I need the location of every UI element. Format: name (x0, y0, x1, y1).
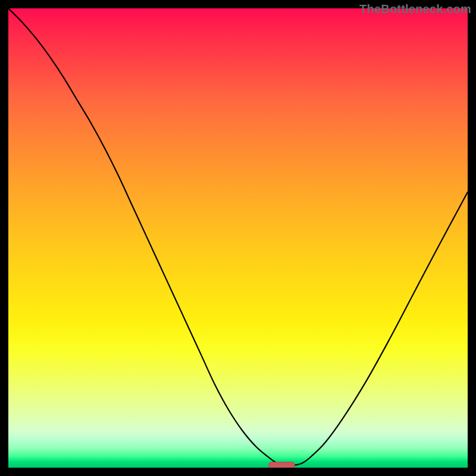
chart-frame: TheBottleneck.com (0, 0, 476, 476)
optimal-marker (268, 462, 295, 468)
curve-layer (8, 8, 468, 468)
watermark-text: TheBottleneck.com (359, 2, 471, 16)
bottleneck-curve (8, 8, 468, 466)
plot-area (8, 8, 468, 468)
